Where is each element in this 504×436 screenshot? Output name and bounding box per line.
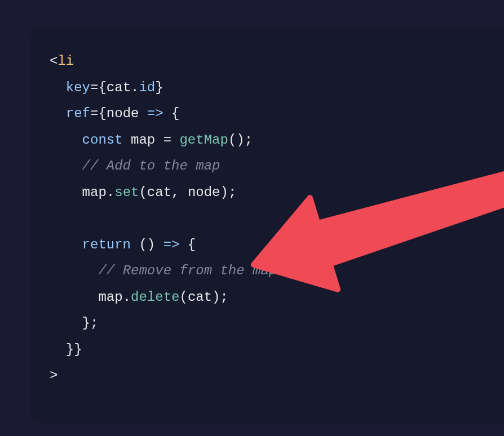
- code-token: );: [212, 290, 228, 305]
- code-token: =: [155, 132, 179, 148]
- code-token: .: [107, 185, 114, 200]
- code-token: const: [82, 132, 123, 148]
- code-token: // Remove from the map: [98, 263, 277, 278]
- code-token: getMap: [179, 132, 228, 148]
- code-token: id: [139, 80, 155, 95]
- code-token: =: [90, 80, 98, 95]
- code-token: [50, 158, 82, 173]
- code-token: [50, 290, 98, 305]
- code-token: node: [188, 185, 220, 200]
- code-token: delete: [131, 290, 179, 305]
- code-token: =>: [147, 106, 163, 121]
- code-token: [50, 106, 66, 121]
- code-token: return: [82, 237, 131, 252]
- code-token: {: [98, 80, 106, 95]
- code-token: .: [123, 290, 131, 305]
- code-token: }}: [50, 342, 82, 357]
- code-token: (: [139, 185, 147, 200]
- code-token: (: [179, 290, 187, 305]
- code-token: >: [50, 368, 58, 383]
- code-token: set: [114, 185, 139, 200]
- code-token: [139, 106, 147, 121]
- code-token: =: [90, 106, 98, 121]
- code-token: [123, 132, 131, 148]
- code-token: cat: [147, 185, 171, 200]
- code-token: [50, 185, 82, 200]
- code-token: [50, 132, 82, 148]
- code-token: cat: [188, 290, 212, 305]
- code-token: <: [50, 54, 58, 69]
- code-token: ,: [171, 185, 188, 200]
- code-token: };: [50, 315, 98, 331]
- code-token: ref: [66, 106, 90, 121]
- code-token: li: [58, 54, 74, 69]
- code-token: key: [66, 80, 90, 95]
- code-token: }: [155, 80, 163, 95]
- code-token: map: [82, 185, 107, 200]
- code-token: ();: [228, 132, 253, 148]
- code-token: [50, 263, 98, 278]
- code-token: .: [131, 80, 139, 95]
- code-token: (): [131, 237, 163, 252]
- code-token: );: [220, 185, 237, 200]
- code-token: [50, 80, 66, 95]
- code-token: map: [131, 132, 155, 148]
- code-token: // Add to the map: [82, 158, 220, 173]
- code-token: cat: [107, 80, 131, 95]
- code-token: {: [179, 237, 196, 252]
- code-token: {: [98, 106, 106, 121]
- code-token: [50, 237, 82, 252]
- code-block: <li key={cat.id} ref={node => { const ma…: [50, 48, 485, 389]
- code-token: {: [163, 106, 180, 121]
- code-panel: <li key={cat.id} ref={node => { const ma…: [30, 27, 504, 423]
- code-token: node: [107, 106, 139, 121]
- code-token: =>: [163, 237, 180, 252]
- code-token: map: [98, 290, 122, 305]
